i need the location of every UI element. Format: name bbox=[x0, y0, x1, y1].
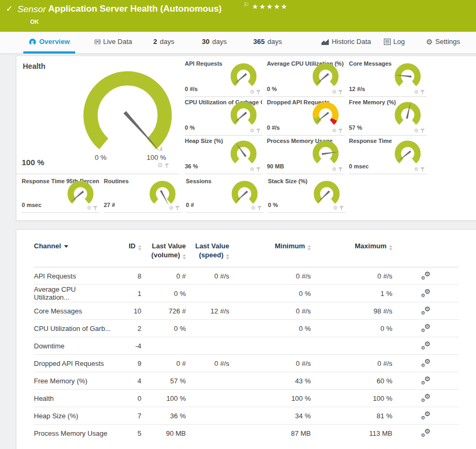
gauge-cell: Free Memory (%)57 %⚙ bbox=[349, 97, 427, 136]
gauge-value: 0 msec bbox=[349, 163, 369, 169]
column-header-label2: (volume) bbox=[151, 251, 180, 259]
channel-table: ChannelIDLast Value(volume)Last Value(sp… bbox=[34, 230, 459, 442]
pin-icon[interactable] bbox=[420, 128, 425, 133]
channel-settings-cogs-icon[interactable]: ⚙⚙ bbox=[421, 271, 430, 280]
tab-30-days[interactable]: 30days bbox=[196, 32, 232, 53]
gear-icon[interactable]: ⚙ bbox=[250, 167, 255, 172]
column-header-last_value_speed[interactable]: Last Value(speed) bbox=[187, 230, 230, 267]
gear-icon[interactable]: ⚙ bbox=[332, 128, 337, 133]
channel-minimum-cell: 0 % bbox=[230, 285, 312, 302]
channel-settings-cell: ⚙⚙ bbox=[393, 337, 459, 355]
pin-icon[interactable] bbox=[256, 167, 261, 172]
channel-last_value_volume-cell: 0 # bbox=[142, 267, 187, 285]
column-header-minimum[interactable]: Minimum bbox=[230, 230, 312, 267]
channel-last_value_volume-cell: 0 # bbox=[142, 355, 187, 372]
pin-icon[interactable] bbox=[420, 89, 425, 95]
gauge-dial bbox=[310, 62, 342, 89]
channel-settings-cogs-icon[interactable]: ⚙⚙ bbox=[421, 341, 430, 349]
channel-last_value_volume-cell: 36 % bbox=[142, 407, 187, 425]
channel-settings-cogs-icon[interactable]: ⚙⚙ bbox=[421, 324, 430, 332]
gauge-actions: ⚙ bbox=[414, 128, 425, 133]
gear-icon[interactable]: ⚙ bbox=[250, 89, 255, 95]
tab-overview[interactable]: Overview bbox=[23, 32, 75, 53]
tab-365-days[interactable]: 365days bbox=[248, 32, 287, 53]
channel-settings-cogs-icon[interactable]: ⚙⚙ bbox=[421, 306, 430, 315]
channel-name-cell: API Requests bbox=[34, 267, 113, 285]
tab-settings[interactable]: ⚙Settings bbox=[421, 32, 466, 53]
gear-icon[interactable]: ⚙ bbox=[251, 205, 256, 211]
gear-icon[interactable]: ⚙ bbox=[414, 89, 419, 95]
gauge-actions: ⚙ bbox=[414, 89, 425, 95]
column-header-channel[interactable]: Channel bbox=[34, 230, 113, 267]
tab-log[interactable]: Log bbox=[379, 32, 410, 53]
pin-icon[interactable] bbox=[165, 163, 169, 168]
channel-settings-cogs-icon[interactable]: ⚙⚙ bbox=[421, 289, 430, 297]
channel-last_value_volume-cell: 100 % bbox=[142, 390, 187, 407]
gauge-cell: Process Memory Usage90 MB⚙ bbox=[267, 136, 345, 174]
gear-icon[interactable]: ⚙ bbox=[87, 205, 92, 211]
column-header-label: Last Value bbox=[152, 242, 186, 250]
gear-icon[interactable]: ⚙ bbox=[157, 162, 163, 168]
tab-historic-data[interactable]: Historic Data bbox=[316, 32, 376, 53]
channel-last_value_speed-cell bbox=[187, 285, 230, 302]
channel-settings-cogs-icon[interactable]: ⚙⚙ bbox=[421, 428, 430, 437]
pin-icon[interactable] bbox=[93, 205, 97, 211]
health-gauge-max-label: 100 % bbox=[147, 154, 166, 161]
sort-icon bbox=[138, 245, 141, 250]
column-header-label: Minimum bbox=[275, 242, 305, 250]
channel-minimum-cell: 34 % bbox=[230, 407, 312, 425]
channel-settings-cell: ⚙⚙ bbox=[393, 372, 459, 390]
gear-icon[interactable]: ⚙ bbox=[332, 89, 337, 95]
channel-minimum-cell: 0 #/s bbox=[230, 355, 312, 372]
pin-icon[interactable] bbox=[339, 205, 344, 211]
pin-icon[interactable] bbox=[175, 205, 179, 211]
tab-2-days[interactable]: 2days bbox=[148, 32, 180, 53]
gear-icon[interactable]: ⚙ bbox=[333, 205, 338, 211]
sort-desc-icon bbox=[64, 245, 68, 248]
column-header-id[interactable]: ID bbox=[113, 230, 142, 267]
pin-icon[interactable] bbox=[256, 128, 261, 133]
channel-table-header: ChannelIDLast Value(volume)Last Value(sp… bbox=[34, 230, 459, 267]
priority-stars[interactable]: ★★★★★ bbox=[252, 3, 288, 11]
channel-settings-cell: ⚙⚙ bbox=[393, 267, 459, 285]
pin-icon[interactable] bbox=[257, 205, 262, 211]
pin-icon[interactable] bbox=[420, 167, 425, 172]
status-ok-check-icon: ✓ bbox=[6, 4, 13, 14]
sort-icon bbox=[183, 254, 186, 259]
sort-icon bbox=[226, 254, 229, 259]
gear-icon[interactable]: ⚙ bbox=[414, 128, 419, 133]
gear-icon[interactable]: ⚙ bbox=[332, 167, 337, 172]
channel-last_value_volume-cell: 0 % bbox=[142, 320, 187, 337]
gauge-dial bbox=[228, 101, 259, 128]
column-header-maximum[interactable]: Maximum bbox=[312, 230, 393, 267]
channel-settings-cogs-icon[interactable]: ⚙⚙ bbox=[421, 358, 430, 367]
pin-icon[interactable] bbox=[338, 128, 343, 133]
channel-settings-cogs-icon[interactable]: ⚙⚙ bbox=[421, 393, 430, 402]
channel-maximum-cell: 100 % bbox=[312, 390, 393, 407]
health-gauge-dial bbox=[69, 65, 186, 166]
gear-icon[interactable]: ⚙ bbox=[414, 167, 419, 172]
gauge-title: Response Time bbox=[349, 138, 392, 144]
channel-settings-cogs-icon[interactable]: ⚙⚙ bbox=[421, 376, 430, 384]
channel-name-cell: Health bbox=[34, 390, 113, 407]
pin-icon[interactable] bbox=[338, 167, 343, 172]
gauge-grid-bottom: Response Time 95th Percentile0 msec⚙Rout… bbox=[22, 176, 346, 213]
column-header-last_value_volume[interactable]: Last Value(volume) bbox=[142, 230, 187, 267]
tab-live-data[interactable]: ((•))Live Data bbox=[89, 32, 138, 53]
channel-table-body: API Requests80 #0 #/s0 #/s0 #/s⚙⚙Average… bbox=[34, 267, 459, 442]
pin-icon[interactable] bbox=[256, 89, 261, 95]
priority-flag-icon[interactable]: ⚐ bbox=[244, 1, 249, 8]
gear-icon[interactable]: ⚙ bbox=[250, 128, 255, 133]
channel-settings-cogs-icon[interactable]: ⚙⚙ bbox=[421, 411, 430, 419]
tab-label: Log bbox=[393, 38, 405, 46]
channel-minimum-cell: 43 % bbox=[230, 372, 312, 390]
channel-settings-cell: ⚙⚙ bbox=[393, 302, 459, 320]
gear-icon[interactable]: ⚙ bbox=[169, 205, 174, 211]
gauge-title: Stack Size (%) bbox=[268, 178, 308, 184]
gauge-value: 12 #/s bbox=[349, 86, 365, 92]
table-row: Core Messages10726 #12 #/s0 #/s98 #/s⚙⚙ bbox=[34, 302, 459, 320]
tab-number: 365 bbox=[253, 38, 265, 46]
channel-maximum-cell: 113 MB bbox=[312, 425, 393, 442]
pin-icon[interactable] bbox=[338, 89, 343, 95]
gauge-dial bbox=[228, 62, 259, 89]
